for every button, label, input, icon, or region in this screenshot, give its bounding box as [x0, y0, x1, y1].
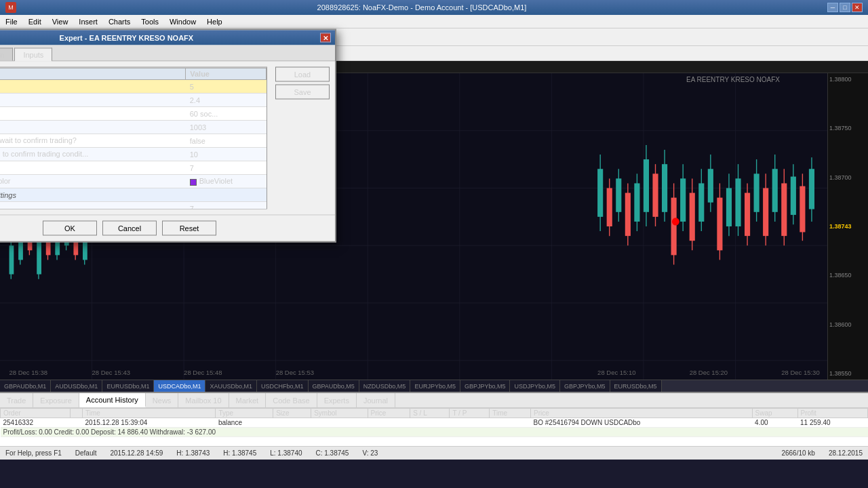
order-close-price: BO #25416794 DOWN USDCADbo: [531, 418, 753, 428]
col-variable: Variable: [0, 68, 186, 79]
menu-file[interactable]: File: [0, 15, 23, 28]
dialog-right-buttons: Load Save: [275, 67, 330, 209]
menu-charts[interactable]: Charts: [103, 15, 136, 28]
col-profit: Profit: [797, 409, 867, 418]
table-row[interactable]: SInvestment 5: [0, 79, 267, 93]
chart-tab-gbpaud-m5[interactable]: GBPAUDbo,M5: [309, 380, 359, 392]
val-counters-color[interactable]: BlueViolet: [186, 174, 267, 188]
chart-tab-usdcad-m1[interactable]: USDCADbo,M1: [154, 380, 205, 392]
dialog-tab-inputs[interactable]: Inputs: [14, 48, 52, 62]
val-expiry[interactable]: 60 soc...: [186, 106, 267, 120]
chart-tab-nzdusd[interactable]: NZDUSDbo,M5: [359, 380, 411, 392]
dialog-tab-common[interactable]: Common: [0, 48, 13, 61]
price-label: 1.38650: [829, 272, 867, 279]
var-investment: SInvestment: [0, 79, 186, 93]
bottom-panel: Trade Exposure Account History News Mail…: [0, 392, 868, 446]
price-label: 1.38743: [829, 223, 867, 230]
order-open-time: 2015.12.28 15:39:04: [83, 418, 216, 428]
tab-account-history[interactable]: Account History: [79, 393, 146, 407]
menu-view[interactable]: View: [47, 15, 74, 28]
table-row[interactable]: SUse Seconds to wait to confirm trading?…: [0, 134, 267, 147]
chart-tab-usdjpy[interactable]: USDJPYbo,M5: [510, 380, 560, 392]
var-use-seconds: SUse Seconds to wait to confirm trading?: [0, 134, 186, 147]
var-max-cycles: SMax. Cycles: [0, 161, 186, 174]
col-order: Order: [1, 409, 71, 418]
order-flag: [71, 418, 83, 428]
menu-insert[interactable]: Insert: [73, 15, 103, 28]
order-swap: 4.00: [752, 418, 797, 428]
col-time: Time: [83, 409, 216, 418]
val-use-seconds[interactable]: false: [186, 134, 267, 147]
bottom-tabs: Trade Exposure Account History News Mail…: [0, 393, 868, 408]
save-button[interactable]: Save: [275, 85, 330, 100]
price-label: 1.38600: [829, 321, 867, 328]
order-tp: [450, 418, 490, 428]
dialog-body: Variable Value SInvestment 5: [0, 62, 335, 215]
col-sl: S / L: [410, 409, 450, 418]
status-server: Default: [75, 449, 97, 457]
val-magic[interactable]: 1003: [186, 120, 267, 134]
menu-window[interactable]: Window: [164, 15, 201, 28]
col-size: Size: [273, 409, 311, 418]
inputs-table-container[interactable]: Variable Value SInvestment 5: [0, 67, 267, 209]
val-investment[interactable]: 5: [186, 79, 267, 93]
tab-codebase[interactable]: Code Base: [266, 393, 317, 407]
menu-tools[interactable]: Tools: [136, 15, 164, 28]
menu-edit[interactable]: Edit: [23, 15, 47, 28]
table-row-section: — Indicator RSI Settings: [0, 188, 267, 201]
reset-button[interactable]: Reset: [162, 221, 216, 236]
tab-exposure[interactable]: Exposure: [33, 393, 79, 407]
val-max-cycles[interactable]: 7: [186, 161, 267, 174]
table-row[interactable]: SSeconds Waiting to confirm trading cond…: [0, 147, 267, 161]
table-row[interactable]: SMultiplier 2.4: [0, 93, 267, 106]
chart-tab-eurjpy[interactable]: EURJPYbo,M5: [410, 380, 460, 392]
table-row[interactable]: SMagic 1003: [0, 120, 267, 134]
chart-tabs: GBPAUDbo,M1 AUDUSDbo,M1 EURUSDbo,M1 USDC…: [0, 380, 868, 392]
price-label: 1.38800: [829, 76, 867, 83]
order-close-time: [490, 418, 531, 428]
table-row[interactable]: CCounters Text Color BlueViolet: [0, 174, 267, 188]
minimize-button[interactable]: ─: [827, 3, 838, 12]
chart-tab-eurusd-m1[interactable]: EURUSDbo,M1: [102, 380, 154, 392]
status-date: 28.12.2015: [829, 449, 863, 457]
tab-experts[interactable]: Experts: [317, 393, 357, 407]
menu-help[interactable]: Help: [201, 15, 228, 28]
chart-tab-usdchf[interactable]: USDCHFbo,M1: [257, 380, 309, 392]
close-button[interactable]: ✕: [852, 3, 863, 12]
order-sl: [410, 418, 450, 428]
cancel-button[interactable]: Cancel: [102, 221, 157, 236]
table-row-summary: Profit/Loss: 0.00 Credit: 0.00 Deposit: …: [1, 428, 868, 437]
chart-tab-gbpjpy2[interactable]: GBPJPYbo,M5: [560, 380, 610, 392]
tab-market[interactable]: Market: [229, 393, 267, 407]
ok-button[interactable]: OK: [43, 221, 97, 236]
table-row[interactable]: SMax. Cycles 7: [0, 161, 267, 174]
col-symbol: Symbol: [311, 409, 368, 418]
tab-mailbox[interactable]: Mailbox 10: [178, 393, 229, 407]
status-vol: V: 23: [362, 449, 378, 457]
chart-tab-audusd-m1[interactable]: AUDUSDbo,M1: [51, 380, 102, 392]
val-seconds-wait[interactable]: 10: [186, 147, 267, 161]
chart-tab-gbpaud-m1[interactable]: GBPAUDbo,M1: [0, 380, 51, 392]
val-rsi-period[interactable]: 7: [186, 201, 267, 209]
inputs-scroll[interactable]: Variable Value SInvestment 5: [0, 68, 267, 209]
order-profit: 11 259.40: [797, 418, 867, 428]
var-counters-color: CCounters Text Color: [0, 174, 186, 188]
maximize-button[interactable]: □: [840, 3, 850, 12]
chart-tab-xauusd[interactable]: XAUUSDbo,M1: [205, 380, 257, 392]
help-text: For Help, press F1: [5, 449, 62, 457]
load-button[interactable]: Load: [275, 67, 330, 82]
tab-trade[interactable]: Trade: [0, 393, 33, 407]
window-controls: ─ □ ✕: [827, 3, 863, 12]
svg-point-50: [672, 218, 679, 225]
svg-text:28 Dec 15:10: 28 Dec 15:10: [597, 369, 636, 376]
table-row[interactable]: SRSI Period 7: [0, 201, 267, 209]
tab-news[interactable]: News: [146, 393, 179, 407]
chart-tab-gbpjpy[interactable]: GBPJPYbo,M5: [460, 380, 511, 392]
dialog-close-button[interactable]: ✕: [320, 33, 331, 43]
chart-tab-eurusd-m5[interactable]: EURUSDbo,M5: [610, 380, 662, 392]
table-row[interactable]: SExpiry Time 60 soc...: [0, 106, 267, 120]
price-axis: 1.38800 1.38750 1.38700 1.38743 1.38650 …: [827, 73, 868, 380]
tab-journal[interactable]: Journal: [357, 393, 395, 407]
val-multiplier[interactable]: 2.4: [186, 93, 267, 106]
var-expiry: SExpiry Time: [0, 106, 186, 120]
